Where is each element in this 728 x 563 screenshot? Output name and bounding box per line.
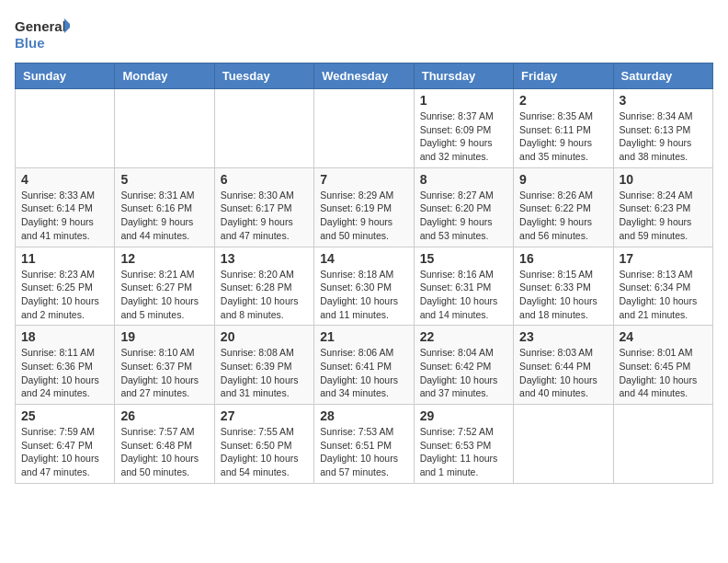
week-row-3: 11Sunrise: 8:23 AM Sunset: 6:25 PM Dayli… [16, 247, 713, 326]
day-info: Sunrise: 8:33 AM Sunset: 6:14 PM Dayligh… [21, 189, 108, 243]
day-info: Sunrise: 8:29 AM Sunset: 6:19 PM Dayligh… [320, 189, 407, 243]
day-info: Sunrise: 8:21 AM Sunset: 6:27 PM Dayligh… [120, 268, 208, 322]
day-info: Sunrise: 8:03 AM Sunset: 6:44 PM Dayligh… [519, 346, 607, 400]
day-info: Sunrise: 7:59 AM Sunset: 6:47 PM Dayligh… [21, 425, 108, 479]
day-info: Sunrise: 8:11 AM Sunset: 6:36 PM Dayligh… [21, 346, 108, 400]
day-number: 15 [420, 251, 507, 266]
calendar-cell: 23Sunrise: 8:03 AM Sunset: 6:44 PM Dayli… [514, 326, 613, 405]
day-number: 4 [21, 172, 108, 187]
day-info: Sunrise: 8:06 AM Sunset: 6:41 PM Dayligh… [320, 346, 407, 400]
day-number: 12 [120, 251, 208, 266]
week-row-5: 25Sunrise: 7:59 AM Sunset: 6:47 PM Dayli… [16, 405, 713, 484]
day-number: 27 [221, 408, 308, 423]
week-row-2: 4Sunrise: 8:33 AM Sunset: 6:14 PM Daylig… [16, 167, 713, 247]
day-number: 5 [120, 172, 208, 187]
calendar-cell: 18Sunrise: 8:11 AM Sunset: 6:36 PM Dayli… [16, 326, 115, 405]
weekday-header-row: SundayMondayTuesdayWednesdayThursdayFrid… [16, 63, 713, 89]
logo-svg: General Blue [15, 15, 70, 55]
day-info: Sunrise: 7:52 AM Sunset: 6:53 PM Dayligh… [420, 425, 507, 479]
day-number: 3 [620, 93, 707, 108]
calendar-cell: 11Sunrise: 8:23 AM Sunset: 6:25 PM Dayli… [16, 247, 115, 326]
calendar-cell: 21Sunrise: 8:06 AM Sunset: 6:41 PM Dayli… [314, 326, 414, 405]
day-number: 14 [320, 251, 407, 266]
svg-text:Blue: Blue [15, 35, 45, 51]
day-number: 1 [420, 93, 507, 108]
calendar-cell: 26Sunrise: 7:57 AM Sunset: 6:48 PM Dayli… [115, 405, 214, 484]
weekday-header-sunday: Sunday [16, 63, 115, 89]
day-info: Sunrise: 7:55 AM Sunset: 6:50 PM Dayligh… [221, 425, 308, 479]
calendar-cell [16, 89, 115, 168]
header: General Blue [15, 15, 713, 55]
calendar-cell: 5Sunrise: 8:31 AM Sunset: 6:16 PM Daylig… [115, 167, 214, 247]
day-number: 23 [519, 329, 607, 344]
svg-text:General: General [15, 18, 66, 34]
calendar-cell: 3Sunrise: 8:34 AM Sunset: 6:13 PM Daylig… [613, 89, 712, 168]
day-info: Sunrise: 8:26 AM Sunset: 6:22 PM Dayligh… [519, 189, 607, 243]
day-number: 21 [320, 329, 407, 344]
calendar-cell: 9Sunrise: 8:26 AM Sunset: 6:22 PM Daylig… [514, 167, 613, 247]
day-info: Sunrise: 8:13 AM Sunset: 6:34 PM Dayligh… [620, 268, 707, 322]
calendar-cell [613, 405, 712, 484]
calendar-cell: 10Sunrise: 8:24 AM Sunset: 6:23 PM Dayli… [613, 167, 712, 247]
day-info: Sunrise: 8:30 AM Sunset: 6:17 PM Dayligh… [221, 189, 308, 243]
calendar-cell [214, 89, 313, 168]
day-info: Sunrise: 7:53 AM Sunset: 6:51 PM Dayligh… [320, 425, 407, 479]
logo: General Blue [15, 15, 70, 55]
day-number: 17 [620, 251, 707, 266]
calendar-cell: 20Sunrise: 8:08 AM Sunset: 6:39 PM Dayli… [214, 326, 313, 405]
day-info: Sunrise: 8:35 AM Sunset: 6:11 PM Dayligh… [519, 109, 607, 164]
weekday-header-friday: Friday [514, 63, 613, 89]
weekday-header-saturday: Saturday [613, 63, 712, 89]
weekday-header-tuesday: Tuesday [214, 63, 313, 89]
day-info: Sunrise: 8:23 AM Sunset: 6:25 PM Dayligh… [21, 268, 108, 322]
day-number: 19 [120, 329, 208, 344]
weekday-header-wednesday: Wednesday [314, 63, 414, 89]
day-info: Sunrise: 8:24 AM Sunset: 6:23 PM Dayligh… [620, 189, 707, 243]
calendar-cell: 17Sunrise: 8:13 AM Sunset: 6:34 PM Dayli… [613, 247, 712, 326]
day-number: 2 [519, 93, 607, 108]
calendar-cell: 14Sunrise: 8:18 AM Sunset: 6:30 PM Dayli… [314, 247, 414, 326]
calendar-cell: 7Sunrise: 8:29 AM Sunset: 6:19 PM Daylig… [314, 167, 414, 247]
day-number: 10 [620, 172, 707, 187]
day-info: Sunrise: 8:34 AM Sunset: 6:13 PM Dayligh… [620, 109, 707, 164]
day-info: Sunrise: 8:10 AM Sunset: 6:37 PM Dayligh… [120, 346, 208, 400]
day-number: 11 [21, 251, 108, 266]
calendar-cell: 25Sunrise: 7:59 AM Sunset: 6:47 PM Dayli… [16, 405, 115, 484]
day-number: 16 [519, 251, 607, 266]
day-number: 8 [420, 172, 507, 187]
day-info: Sunrise: 8:15 AM Sunset: 6:33 PM Dayligh… [519, 268, 607, 322]
week-row-1: 1Sunrise: 8:37 AM Sunset: 6:09 PM Daylig… [16, 89, 713, 168]
day-info: Sunrise: 8:27 AM Sunset: 6:20 PM Dayligh… [420, 189, 507, 243]
calendar-cell [314, 89, 414, 168]
day-number: 24 [620, 329, 707, 344]
calendar-cell: 15Sunrise: 8:16 AM Sunset: 6:31 PM Dayli… [414, 247, 513, 326]
day-number: 26 [120, 408, 208, 423]
calendar-cell: 6Sunrise: 8:30 AM Sunset: 6:17 PM Daylig… [214, 167, 313, 247]
day-info: Sunrise: 8:20 AM Sunset: 6:28 PM Dayligh… [221, 268, 308, 322]
calendar-cell: 8Sunrise: 8:27 AM Sunset: 6:20 PM Daylig… [414, 167, 513, 247]
weekday-header-thursday: Thursday [414, 63, 513, 89]
day-info: Sunrise: 8:18 AM Sunset: 6:30 PM Dayligh… [320, 268, 407, 322]
day-info: Sunrise: 8:37 AM Sunset: 6:09 PM Dayligh… [420, 109, 507, 164]
day-number: 13 [221, 251, 308, 266]
calendar-cell [115, 89, 214, 168]
calendar-cell: 16Sunrise: 8:15 AM Sunset: 6:33 PM Dayli… [514, 247, 613, 326]
day-number: 18 [21, 329, 108, 344]
calendar-cell: 28Sunrise: 7:53 AM Sunset: 6:51 PM Dayli… [314, 405, 414, 484]
calendar-cell: 1Sunrise: 8:37 AM Sunset: 6:09 PM Daylig… [414, 89, 513, 168]
calendar-cell: 29Sunrise: 7:52 AM Sunset: 6:53 PM Dayli… [414, 405, 513, 484]
calendar-cell: 13Sunrise: 8:20 AM Sunset: 6:28 PM Dayli… [214, 247, 313, 326]
day-info: Sunrise: 8:31 AM Sunset: 6:16 PM Dayligh… [120, 189, 208, 243]
day-number: 29 [420, 408, 507, 423]
day-info: Sunrise: 8:04 AM Sunset: 6:42 PM Dayligh… [420, 346, 507, 400]
day-number: 7 [320, 172, 407, 187]
day-number: 22 [420, 329, 507, 344]
day-info: Sunrise: 7:57 AM Sunset: 6:48 PM Dayligh… [120, 425, 208, 479]
calendar-cell: 2Sunrise: 8:35 AM Sunset: 6:11 PM Daylig… [514, 89, 613, 168]
calendar-cell: 22Sunrise: 8:04 AM Sunset: 6:42 PM Dayli… [414, 326, 513, 405]
day-info: Sunrise: 8:16 AM Sunset: 6:31 PM Dayligh… [420, 268, 507, 322]
day-number: 28 [320, 408, 407, 423]
day-number: 20 [221, 329, 308, 344]
day-number: 9 [519, 172, 607, 187]
calendar-cell [514, 405, 613, 484]
